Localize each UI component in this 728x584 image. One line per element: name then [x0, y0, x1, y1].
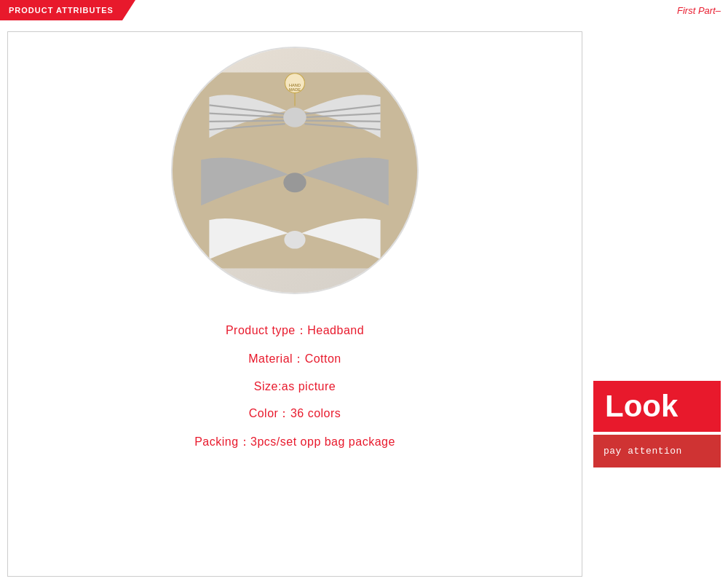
right-sidebar: Look pay attention [593, 31, 721, 577]
product-image: HAND MADE [171, 47, 419, 294]
headband-illustration: HAND MADE [173, 48, 417, 293]
svg-point-15 [283, 173, 306, 192]
svg-text:MADE: MADE [289, 87, 301, 92]
spec-product-type: Product type：Headband [226, 323, 364, 339]
spec-packing: Packing：3pcs/set opp bag package [194, 435, 395, 450]
header-bar: PRODUCT ATTRIBUTES First Part– [0, 0, 728, 20]
product-image-inner: HAND MADE [173, 48, 417, 293]
header-triangle-decoration [122, 0, 135, 20]
first-part-label: First Part– [677, 5, 721, 16]
main-content: HAND MADE [0, 20, 728, 584]
svg-text:HAND: HAND [289, 83, 301, 87]
svg-line-8 [304, 121, 380, 122]
svg-point-16 [284, 231, 305, 249]
look-label: Look [593, 381, 721, 432]
product-card: HAND MADE [7, 31, 582, 577]
spec-size: Size:as picture [254, 380, 336, 393]
product-attributes-label: PRODUCT ATTRIBUTES [0, 0, 122, 20]
pay-attention-label: pay attention [593, 435, 721, 467]
svg-line-4 [209, 121, 285, 122]
svg-point-10 [283, 108, 306, 127]
product-specs: Product type：Headband Material：Cotton Si… [194, 323, 395, 450]
spec-material: Material：Cotton [248, 352, 341, 367]
spec-color: Color：36 colors [249, 406, 341, 422]
